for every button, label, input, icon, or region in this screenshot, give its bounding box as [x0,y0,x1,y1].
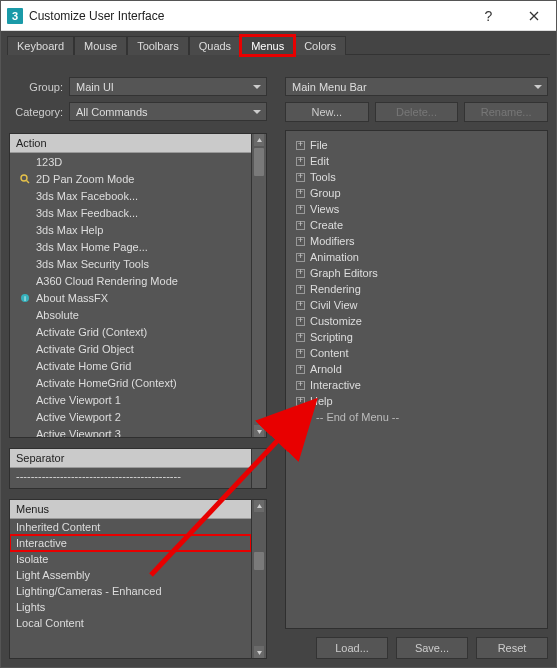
expand-icon[interactable] [296,221,305,230]
list-item[interactable]: 123D [10,153,251,170]
list-item[interactable]: Active Viewport 3 [10,425,251,437]
expand-icon[interactable] [296,157,305,166]
delete-button: Delete... [375,102,459,122]
load-button[interactable]: Load... [316,637,388,659]
action-panel: Action 123D 2D Pan Zoom Mode 3ds Max Fac… [9,133,267,438]
menus-panel: Menus Inherited Content Interactive Isol… [9,499,267,659]
category-select-value: All Commands [76,106,148,118]
list-item[interactable]: Active Viewport 2 [10,408,251,425]
expand-icon[interactable] [296,397,305,406]
list-item[interactable]: 3ds Max Facebook... [10,187,251,204]
separator-panel: Separator ------------------------------… [9,448,267,489]
list-item[interactable]: Absolute [10,306,251,323]
list-item[interactable]: Activate Grid Object [10,340,251,357]
list-item[interactable]: Isolate [10,551,251,567]
tab-toolbars[interactable]: Toolbars [127,36,189,55]
expand-icon[interactable] [296,365,305,374]
action-list[interactable]: 123D 2D Pan Zoom Mode 3ds Max Facebook..… [10,153,251,437]
list-item[interactable]: 3ds Max Security Tools [10,255,251,272]
list-item[interactable]: 3ds Max Home Page... [10,238,251,255]
app-icon: 3 [7,8,23,24]
list-item[interactable]: Light Assembly [10,567,251,583]
svg-point-0 [21,175,27,181]
tree-item[interactable]: Civil View [290,297,543,313]
group-select[interactable]: Main UI [69,77,267,96]
scroll-thumb[interactable] [254,552,264,570]
tab-menus[interactable]: Menus [241,36,294,55]
tree-item[interactable]: Scripting [290,329,543,345]
expand-icon[interactable] [296,189,305,198]
tree-item[interactable]: Graph Editors [290,265,543,281]
scroll-down-icon[interactable] [254,425,264,437]
pan-zoom-icon [20,174,30,184]
group-select-value: Main UI [76,81,114,93]
category-select[interactable]: All Commands [69,102,267,121]
expand-icon[interactable] [296,333,305,342]
list-item[interactable]: Active Viewport 1 [10,391,251,408]
scroll-up-icon[interactable] [254,134,264,146]
expand-icon[interactable] [296,349,305,358]
action-scrollbar[interactable] [251,134,266,437]
action-header[interactable]: Action [10,134,251,153]
save-button[interactable]: Save... [396,637,468,659]
tree-item[interactable]: Views [290,201,543,217]
list-item[interactable]: Local Content [10,615,251,631]
tree-item[interactable]: Tools [290,169,543,185]
list-item[interactable]: 2D Pan Zoom Mode [10,170,251,187]
expand-icon[interactable] [296,237,305,246]
rename-button: Rename... [464,102,548,122]
separator-item[interactable]: ----------------------------------------… [10,468,251,484]
category-label: Category: [9,106,69,118]
menus-list[interactable]: Inherited Content Interactive Isolate Li… [10,519,251,638]
list-item[interactable]: Lighting/Cameras - Enhanced [10,583,251,599]
tab-mouse[interactable]: Mouse [74,36,127,55]
tree-item[interactable]: Customize [290,313,543,329]
tree-item[interactable]: Edit [290,153,543,169]
list-item-interactive[interactable]: Interactive [10,535,251,551]
list-item[interactable]: Activate Home Grid [10,357,251,374]
list-item[interactable]: 3ds Max Feedback... [10,204,251,221]
tree-item[interactable]: Content [290,345,543,361]
expand-icon[interactable] [296,253,305,262]
tree-item[interactable]: Rendering [290,281,543,297]
list-item[interactable]: Lights [10,599,251,615]
list-item[interactable]: 3ds Max Help [10,221,251,238]
list-item[interactable]: A360 Cloud Rendering Mode [10,272,251,289]
tree-item[interactable]: Help [290,393,543,409]
tab-keyboard[interactable]: Keyboard [7,36,74,55]
scroll-up-icon[interactable] [254,500,264,512]
expand-icon[interactable] [296,141,305,150]
scroll-down-icon[interactable] [254,646,264,658]
tree-item[interactable]: Group [290,185,543,201]
expand-icon[interactable] [296,269,305,278]
expand-icon[interactable] [296,173,305,182]
expand-icon[interactable] [296,317,305,326]
menus-scrollbar[interactable] [251,500,266,658]
tree-item[interactable]: Animation [290,249,543,265]
expand-icon[interactable] [296,301,305,310]
scroll-thumb[interactable] [254,148,264,176]
tree-item[interactable]: Create [290,217,543,233]
list-item[interactable]: Activate Grid (Context) [10,323,251,340]
expand-icon[interactable] [296,381,305,390]
tree-item[interactable]: Modifiers [290,233,543,249]
list-item[interactable]: i About MassFX [10,289,251,306]
reset-button[interactable]: Reset [476,637,548,659]
list-item[interactable]: Inherited Content [10,519,251,535]
tree-item[interactable]: Interactive [290,377,543,393]
help-button[interactable]: ? [466,1,511,30]
expand-icon[interactable] [296,205,305,214]
tab-colors[interactable]: Colors [294,36,346,55]
menu-bar-select[interactable]: Main Menu Bar [285,77,548,96]
menus-header: Menus [10,500,251,519]
tab-bar: Keyboard Mouse Toolbars Quads Menus Colo… [1,31,556,54]
tree-item[interactable]: File [290,137,543,153]
expand-icon[interactable] [296,285,305,294]
tree-item[interactable]: Arnold [290,361,543,377]
menu-tree[interactable]: File Edit Tools Group Views Create Modif… [285,130,548,629]
menu-bar-value: Main Menu Bar [292,81,367,93]
close-button[interactable] [511,1,556,30]
tab-quads[interactable]: Quads [189,36,241,55]
list-item[interactable]: Activate HomeGrid (Context) [10,374,251,391]
new-button[interactable]: New... [285,102,369,122]
